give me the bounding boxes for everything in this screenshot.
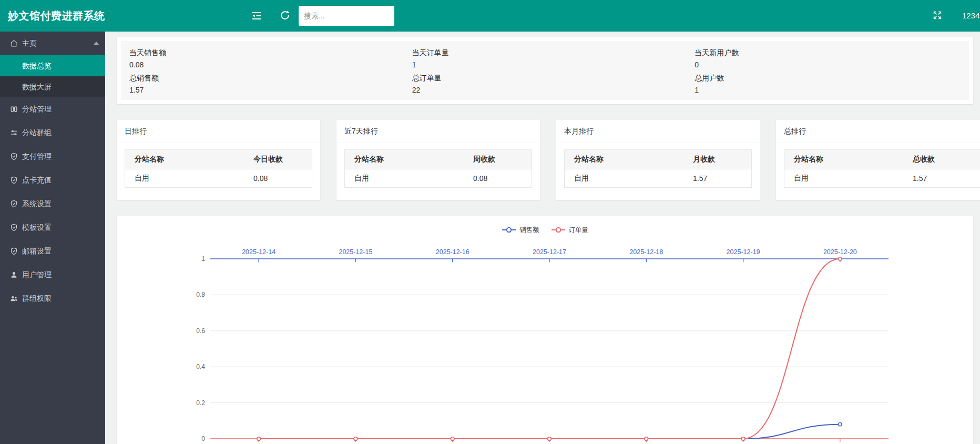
- sidebar-item-home[interactable]: 主页: [0, 32, 105, 55]
- chart-legend: 销售额订单量: [117, 216, 973, 237]
- stat-today-new-users: 当天新用户数0: [686, 45, 969, 70]
- ranking-card-month: 本月排行分站名称月收款自用1.57: [556, 120, 760, 200]
- svg-text:2025-12-17: 2025-12-17: [533, 248, 566, 256]
- stats-panel: 当天销售额0.08当天订单量1当天新用户数0总销售额1.57总订单量22总用户数…: [121, 41, 969, 100]
- home-icon: [9, 39, 18, 48]
- svg-text:2025-12-14: 2025-12-14: [242, 248, 275, 256]
- sidebar-item-template-settings[interactable]: 模板设置: [0, 216, 105, 239]
- sidebar-item-data-overview[interactable]: 数据总览: [0, 55, 105, 76]
- ranking-table: 分站名称总收款自用1.57: [784, 149, 980, 188]
- user-menu[interactable]: 12345: [962, 0, 980, 32]
- ranking-card-week: 近7天排行分站名称周收款自用0.08: [336, 120, 540, 200]
- sidebar-item-payment-management[interactable]: 支付管理: [0, 145, 105, 168]
- stat-value: 0: [695, 59, 969, 70]
- table-cell: 自用: [565, 169, 684, 188]
- ranking-table: 分站名称周收款自用0.08: [344, 149, 532, 188]
- legend-item-1[interactable]: 订单量: [551, 226, 589, 235]
- sidebar-item-substation-management[interactable]: 分站管理: [0, 97, 105, 121]
- table-cell: 1.57: [683, 169, 752, 188]
- sidebar-nav: 主页数据总览数据大屏分站管理分站群组支付管理点卡充值系统设置模板设置邮箱设置用户…: [0, 32, 105, 444]
- table-cell: 0.08: [464, 169, 532, 188]
- sidebar-item-group-permissions[interactable]: 群组权限: [0, 287, 105, 310]
- sliders-icon: [9, 128, 18, 137]
- sidebar-item-label: 邮箱设置: [22, 247, 52, 255]
- sales-orders-chart-card: 销售额订单量 00.20.40.60.812025-12-142025-12-1…: [117, 216, 973, 444]
- table-row: 自用0.08: [125, 169, 312, 188]
- search-input[interactable]: [299, 6, 394, 26]
- user-icon: [9, 270, 18, 279]
- ranking-card-title: 日排行: [117, 120, 320, 143]
- shield-check-icon: [9, 152, 18, 161]
- stat-label: 当天订单量: [412, 47, 687, 58]
- sidebar-item-data-screen[interactable]: 数据大屏: [0, 76, 105, 97]
- x-axis-top: 2025-12-142025-12-152025-12-162025-12-17…: [210, 248, 889, 262]
- stat-label: 总销售额: [129, 73, 404, 83]
- sidebar-item-label: 模板设置: [22, 223, 52, 231]
- table-cell: 自用: [784, 169, 904, 188]
- stat-total-sales: 总销售额1.57: [121, 70, 404, 96]
- table-row: 自用0.08: [345, 169, 532, 188]
- table-cell: 自用: [345, 169, 464, 188]
- table-column-header: 分站名称: [345, 150, 464, 169]
- sidebar-item-user-management[interactable]: 用户管理: [0, 263, 105, 287]
- svg-text:0: 0: [201, 435, 205, 442]
- legend-label: 订单量: [569, 226, 589, 235]
- dashboard-page: { "app": { "title": "妙文馆付费进群系统" }, "head…: [0, 0, 980, 444]
- shield-check-icon: [9, 223, 18, 232]
- table-row: 自用1.57: [565, 169, 752, 188]
- legend-label: 销售额: [519, 226, 539, 235]
- svg-text:2025-12-18: 2025-12-18: [629, 248, 663, 256]
- table-column-header: 今日收款: [244, 150, 312, 169]
- stat-value: 1: [695, 85, 969, 95]
- chart-canvas: 00.20.40.60.812025-12-142025-12-152025-1…: [117, 238, 973, 444]
- sidebar-item-card-recharge[interactable]: 点卡充值: [0, 168, 105, 192]
- table-row: 自用1.57: [784, 169, 980, 188]
- ranking-card-body: 分站名称周收款自用0.08: [336, 143, 540, 188]
- grid-lines: [210, 295, 889, 402]
- svg-text:2025-12-19: 2025-12-19: [727, 248, 760, 256]
- table-header-row: 分站名称总收款: [784, 150, 980, 169]
- sidebar-item-mailbox-settings[interactable]: 邮箱设置: [0, 239, 105, 263]
- sidebar-item-substation-groups[interactable]: 分站群组: [0, 121, 105, 145]
- table-column-header: 总收款: [903, 150, 980, 169]
- svg-text:2025-12-20: 2025-12-20: [823, 248, 857, 256]
- stat-label: 总订单量: [412, 73, 687, 83]
- table-header-row: 分站名称月收款: [565, 150, 752, 169]
- shield-check-icon: [9, 176, 18, 185]
- ranking-cards-row: 日排行分站名称今日收款自用0.08近7天排行分站名称周收款自用0.08本月排行分…: [117, 120, 980, 200]
- table-header-row: 分站名称周收款: [345, 150, 532, 169]
- ranking-card-daily: 日排行分站名称今日收款自用0.08: [117, 120, 320, 200]
- sales-orders-chart: 00.20.40.60.812025-12-142025-12-152025-1…: [117, 238, 973, 444]
- shield-check-icon: [9, 199, 18, 208]
- refresh-icon[interactable]: [279, 9, 292, 22]
- ranking-card-title: 总排行: [776, 120, 980, 143]
- table-cell: 1.57: [903, 169, 980, 188]
- ranking-table: 分站名称今日收款自用0.08: [125, 149, 312, 188]
- table-header-row: 分站名称今日收款: [125, 150, 312, 169]
- ranking-card-total: 总排行分站名称总收款自用1.57: [776, 120, 980, 200]
- sidebar-item-system-settings[interactable]: 系统设置: [0, 192, 105, 216]
- svg-text:0.6: 0.6: [196, 327, 205, 335]
- sidebar-item-label: 分站管理: [22, 105, 52, 113]
- sidebar-item-label: 系统设置: [22, 199, 52, 208]
- sidebar-item-label: 主页: [22, 39, 37, 47]
- ranking-card-body: 分站名称月收款自用1.57: [556, 143, 760, 188]
- svg-text:0.4: 0.4: [196, 363, 205, 370]
- sidebar-item-label: 分站群组: [22, 128, 52, 137]
- legend-item-0[interactable]: 销售额: [502, 226, 539, 235]
- shield-check-icon: [9, 247, 18, 256]
- chevron-up-icon: [94, 42, 99, 45]
- table-cell: 0.08: [244, 169, 312, 188]
- stat-value: 22: [412, 85, 687, 95]
- top-header: 妙文馆付费进群系统 12345: [0, 0, 980, 32]
- y-axis-labels: 00.20.40.60.81: [196, 255, 205, 442]
- ranking-card-title: 本月排行: [556, 120, 760, 143]
- table-column-header: 分站名称: [565, 150, 684, 169]
- fullscreen-icon[interactable]: [932, 9, 944, 22]
- stat-total-users: 总用户数1: [686, 70, 969, 96]
- stat-total-orders: 总订单量22: [404, 70, 687, 96]
- sidebar-item-label: 点卡充值: [22, 176, 52, 184]
- svg-text:2025-12-15: 2025-12-15: [339, 248, 372, 256]
- menu-collapse-icon[interactable]: [250, 9, 263, 22]
- stat-today-orders: 当天订单量1: [404, 45, 687, 70]
